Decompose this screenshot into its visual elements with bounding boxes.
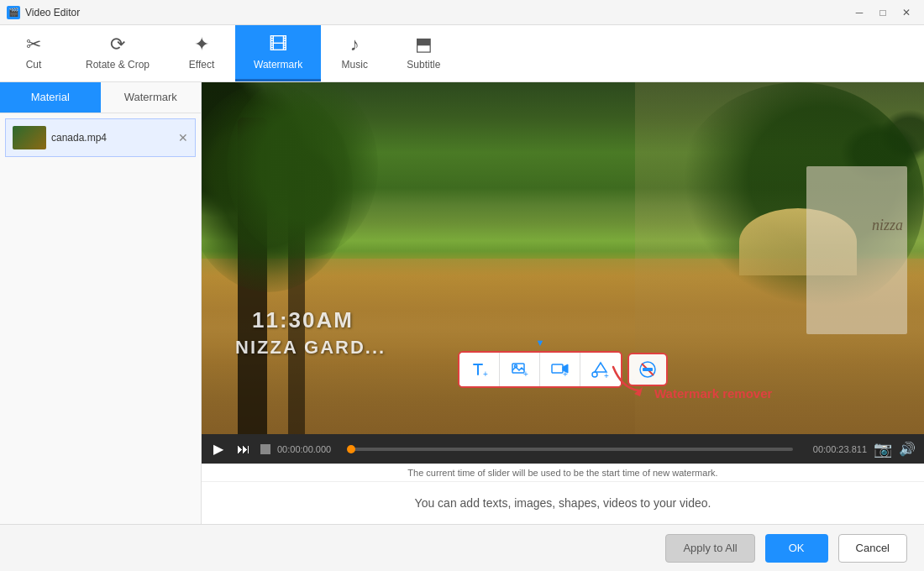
tooltip-container: Watermark remover — [609, 359, 772, 401]
tab-watermark[interactable]: 🎞 Watermark — [235, 25, 321, 81]
minimize-button[interactable]: ─ — [848, 4, 870, 21]
tab-rotate[interactable]: ⟳ Rotate & Crop — [67, 25, 168, 81]
snapshot-button[interactable]: 📷 — [874, 440, 892, 458]
svg-rect-1 — [477, 364, 479, 375]
cancel-button[interactable]: Cancel — [838, 534, 907, 563]
building — [806, 166, 907, 334]
sign-text: nizza — [872, 217, 903, 234]
player-controls: ▶ ⏭ 00:00:00.000 00:00:23.811 📷 🔊 — [202, 434, 924, 464]
progress-thumb — [347, 445, 355, 453]
canopy-2 — [227, 82, 378, 259]
time-start: 00:00:00.000 — [277, 444, 344, 454]
tab-subtitle-label: Subtitle — [407, 59, 440, 71]
left-panel: Material Watermark canada.mp4 ✕ — [0, 82, 202, 524]
footer: Apply to All OK Cancel — [0, 524, 924, 571]
left-tab-watermark-label: Watermark — [124, 91, 177, 103]
tab-effect[interactable]: ✦ Effect — [168, 25, 235, 81]
app-icon: 🎬 — [7, 6, 20, 19]
music-icon: ♪ — [350, 34, 360, 55]
tab-rotate-label: Rotate & Crop — [86, 59, 150, 71]
main-container: ✂ Cut ⟳ Rotate & Crop ✦ Effect 🎞 Waterma… — [0, 25, 924, 571]
add-image-icon: + — [511, 360, 529, 379]
rotate-icon: ⟳ — [110, 34, 125, 55]
tab-cut-label: Cut — [26, 59, 42, 71]
watermark-overlay-time: 11:30AM — [252, 307, 354, 333]
video-display: nizza 11:30AM NIZZA GARD... ▼ — [202, 82, 924, 434]
add-text-button[interactable]: + — [459, 353, 500, 386]
app-title: Video Editor — [25, 7, 80, 18]
maximize-button[interactable]: □ — [872, 4, 894, 21]
title-bar-left: 🎬 Video Editor — [7, 6, 80, 19]
file-thumbnail — [13, 126, 46, 149]
file-item[interactable]: canada.mp4 ✕ — [5, 118, 196, 157]
play-button[interactable]: ▶ — [210, 439, 227, 458]
tooltip-text: Watermark remover — [654, 386, 772, 401]
wm-button-group: + + — [458, 351, 622, 388]
tab-music-label: Music — [342, 59, 368, 71]
tab-bar: ✂ Cut ⟳ Rotate & Crop ✦ Effect 🎞 Waterma… — [0, 25, 924, 82]
tab-music[interactable]: ♪ Music — [321, 25, 388, 81]
cut-icon: ✂ — [26, 34, 41, 55]
add-video-button[interactable]: + — [540, 353, 580, 386]
subtitle-icon: ⬒ — [415, 34, 433, 55]
arrow-icon — [609, 359, 651, 401]
left-panel-tabs: Material Watermark — [0, 82, 201, 113]
stop-button[interactable] — [260, 444, 270, 454]
window-controls: ─ □ ✕ — [848, 4, 917, 21]
file-close-button[interactable]: ✕ — [178, 131, 188, 144]
left-tab-material[interactable]: Material — [0, 82, 101, 113]
progress-bar[interactable] — [351, 448, 793, 451]
add-video-icon: + — [551, 360, 570, 379]
video-area: nizza 11:30AM NIZZA GARD... ▼ — [202, 82, 924, 524]
bottom-section: You can add texts, images, shapes, video… — [202, 481, 924, 524]
svg-text:+: + — [563, 369, 568, 379]
svg-text:+: + — [483, 369, 488, 379]
tab-effect-label: Effect — [189, 59, 214, 71]
wm-group-1: ▼ + — [458, 351, 622, 388]
svg-text:+: + — [523, 369, 528, 379]
effect-icon: ✦ — [194, 34, 209, 55]
add-image-button[interactable]: + — [500, 353, 540, 386]
dropdown-arrow: ▼ — [536, 338, 545, 348]
info-bar: The current time of slider will be used … — [202, 464, 924, 481]
left-tab-watermark[interactable]: Watermark — [101, 82, 202, 113]
title-bar: 🎬 Video Editor ─ □ ✕ — [0, 0, 924, 25]
ok-button[interactable]: OK — [765, 534, 828, 563]
next-frame-button[interactable]: ⏭ — [234, 440, 254, 458]
tab-cut[interactable]: ✂ Cut — [0, 25, 67, 81]
time-end: 00:00:23.811 — [800, 444, 867, 454]
svg-marker-15 — [634, 387, 643, 396]
content-area: Material Watermark canada.mp4 ✕ — [0, 82, 924, 524]
bottom-hint-text: You can add texts, images, shapes, video… — [415, 496, 711, 510]
tab-subtitle[interactable]: ⬒ Subtitle — [388, 25, 459, 81]
apply-all-button[interactable]: Apply to All — [665, 534, 754, 563]
watermark-icon: 🎞 — [269, 34, 287, 55]
watermark-overlay-place: NIZZA GARD... — [235, 337, 386, 359]
tab-watermark-label: Watermark — [254, 59, 302, 71]
info-text: The current time of slider will be used … — [407, 468, 717, 478]
add-shape-icon: + — [591, 360, 610, 379]
volume-button[interactable]: 🔊 — [899, 441, 916, 457]
svg-rect-6 — [552, 364, 563, 373]
file-name: canada.mp4 — [51, 132, 107, 144]
left-tab-material-label: Material — [31, 91, 70, 103]
svg-point-10 — [592, 372, 597, 377]
add-text-icon: + — [470, 360, 489, 379]
close-button[interactable]: ✕ — [895, 4, 917, 21]
